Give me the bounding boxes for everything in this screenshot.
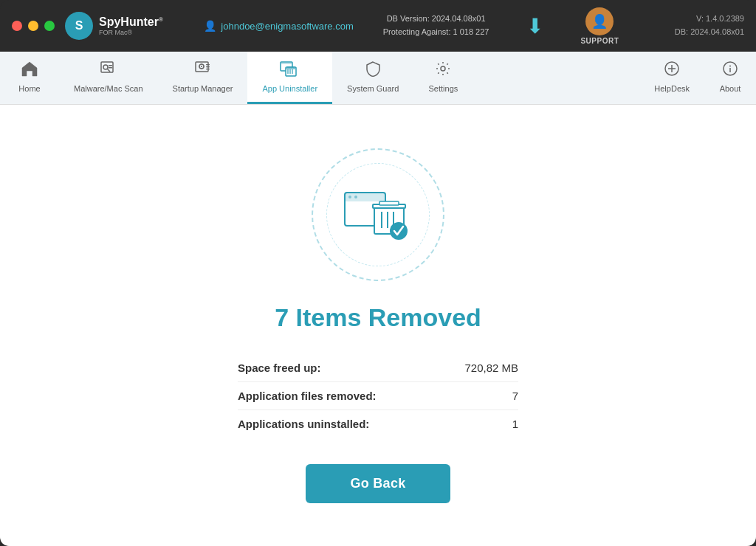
nav-about[interactable]: About <box>704 52 756 104</box>
nav-spacer <box>472 52 639 104</box>
svg-rect-4 <box>109 67 112 69</box>
download-button[interactable]: ⬇ <box>518 10 551 42</box>
svg-rect-36 <box>379 201 399 205</box>
system-guard-icon <box>365 61 381 81</box>
svg-rect-13 <box>206 66 210 67</box>
stat-value-apps: 1 <box>512 418 518 430</box>
stat-label-apps: Applications uninstalled: <box>238 418 369 430</box>
version-info: V: 1.4.0.2389 DB: 2024.04.08x01 <box>675 13 744 38</box>
logo-name: SpyHunter® <box>99 15 163 29</box>
maximize-button[interactable] <box>44 21 55 31</box>
malware-scan-icon <box>100 61 117 81</box>
user-icon: 👤 <box>204 20 216 32</box>
svg-point-28 <box>729 66 731 67</box>
version-line1: V: 1.4.0.2389 <box>675 13 744 26</box>
svg-rect-3 <box>109 65 112 66</box>
titlebar-center: 👤 johndoe@enigmasoftware.com DB Version:… <box>163 7 660 45</box>
logo: S SpyHunter® FOR Mac® <box>65 12 163 40</box>
db-version: DB Version: 2024.04.08x01 <box>383 13 489 26</box>
protecting-against: Protecting Against: 1 018 227 <box>383 26 489 39</box>
stat-label-files: Application files removed: <box>238 390 377 402</box>
support-avatar: 👤 <box>585 7 614 35</box>
stat-label-space: Space freed up: <box>238 362 321 374</box>
db-info: DB Version: 2024.04.08x01 Protecting Aga… <box>383 13 489 38</box>
nav-malware-scan[interactable]: Malware/Mac Scan <box>59 52 158 104</box>
about-icon <box>722 61 738 81</box>
nav-helpdesk-label: HelpDesk <box>654 84 690 93</box>
svg-point-33 <box>354 196 357 198</box>
settings-icon <box>435 61 451 81</box>
minimize-button[interactable] <box>28 21 38 31</box>
titlebar: S SpyHunter® FOR Mac® 👤 johndoe@enigmaso… <box>0 0 756 52</box>
nav-system-guard[interactable]: System Guard <box>332 52 413 104</box>
close-button[interactable] <box>12 21 22 31</box>
support-section[interactable]: 👤 SUPPORT <box>580 7 619 45</box>
uninstall-svg <box>341 185 415 244</box>
circle-inner <box>326 163 430 266</box>
traffic-lights <box>12 21 55 31</box>
stats-table: Space freed up: 720,82 MB Application fi… <box>238 354 518 438</box>
logo-for-mac: FOR Mac® <box>99 29 163 36</box>
stat-row-space: Space freed up: 720,82 MB <box>238 354 518 382</box>
stat-value-space: 720,82 MB <box>464 362 518 374</box>
uninstaller-icon <box>280 61 300 81</box>
svg-point-1 <box>103 65 108 69</box>
stat-row-apps: Applications uninstalled: 1 <box>238 410 518 438</box>
nav-helpdesk[interactable]: HelpDesk <box>639 52 704 104</box>
nav-uninstaller-label: App Uninstaller <box>262 84 317 93</box>
svg-point-23 <box>441 66 445 71</box>
helpdesk-icon <box>664 61 680 81</box>
main-content: 7 Items Removed Space freed up: 720,82 M… <box>0 105 756 546</box>
nav-settings[interactable]: Settings <box>413 52 472 104</box>
version-line2: DB: 2024.04.08x01 <box>675 26 744 39</box>
logo-icon: S <box>65 12 93 40</box>
nav-startup-manager[interactable]: Startup Manager <box>158 52 248 104</box>
logo-text-block: SpyHunter® FOR Mac® <box>99 15 163 36</box>
svg-point-7 <box>201 66 202 67</box>
home-icon <box>21 61 38 81</box>
user-email: johndoe@enigmasoftware.com <box>221 21 353 32</box>
nav-right: HelpDesk About <box>639 52 756 104</box>
nav-app-uninstaller[interactable]: App Uninstaller <box>247 52 332 104</box>
startup-icon <box>194 61 212 81</box>
go-back-button[interactable]: Go Back <box>306 464 450 503</box>
nav-about-label: About <box>720 84 741 93</box>
navbar: Home Malware/Mac Scan <box>0 52 756 105</box>
svg-rect-16 <box>281 63 292 64</box>
result-illustration <box>312 148 444 281</box>
svg-rect-12 <box>206 64 210 65</box>
support-label: SUPPORT <box>580 37 619 45</box>
svg-rect-14 <box>206 69 210 69</box>
nav-startup-label: Startup Manager <box>173 84 233 93</box>
user-section: 👤 johndoe@enigmasoftware.com <box>204 20 353 32</box>
svg-point-40 <box>390 222 408 240</box>
stat-value-files: 7 <box>512 390 518 402</box>
svg-line-2 <box>107 69 110 72</box>
nav-settings-label: Settings <box>429 84 458 93</box>
app-window: S SpyHunter® FOR Mac® 👤 johndoe@enigmaso… <box>0 0 756 546</box>
nav-home[interactable]: Home <box>0 52 59 104</box>
result-title: 7 Items Removed <box>275 303 481 332</box>
nav-malware-label: Malware/Mac Scan <box>74 84 143 93</box>
nav-system-guard-label: System Guard <box>347 84 399 93</box>
stat-row-files: Application files removed: 7 <box>238 382 518 410</box>
svg-point-32 <box>348 196 351 198</box>
nav-home-label: Home <box>18 84 40 93</box>
